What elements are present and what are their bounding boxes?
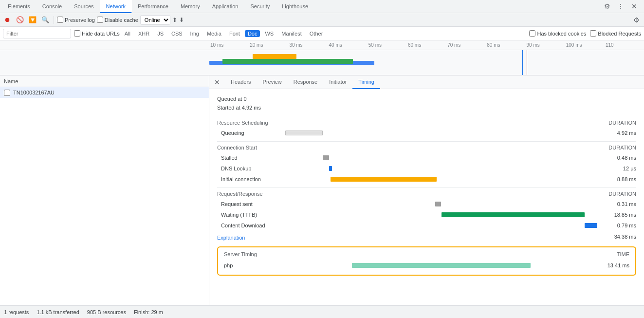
- dns-bar-area: [285, 166, 597, 171]
- tab-security[interactable]: Security: [244, 0, 276, 13]
- disable-cache-label[interactable]: Disable cache: [97, 17, 138, 23]
- tab-network[interactable]: Network: [100, 0, 132, 13]
- filter-chip-other[interactable]: Other: [307, 30, 326, 37]
- search-button[interactable]: 🔍: [40, 15, 51, 25]
- connection-start-header: Connection Start DURATION: [217, 145, 636, 150]
- total-duration: 34.38 ms: [614, 234, 636, 240]
- devtools-more-icon[interactable]: ⋮: [615, 0, 626, 12]
- tab-memory[interactable]: Memory: [175, 0, 206, 13]
- tick-70ms: 70 ms: [446, 42, 486, 48]
- tab-lighthouse[interactable]: Lighthouse: [276, 0, 314, 13]
- queued-at: Queued at 0: [217, 95, 636, 104]
- tick-10ms: 10 ms: [209, 42, 249, 48]
- waterfall-row: [209, 50, 644, 75]
- filter-chip-media[interactable]: Media: [204, 30, 224, 37]
- preserve-log-label[interactable]: Preserve log: [57, 17, 95, 23]
- tick-40ms: 40 ms: [328, 42, 368, 48]
- request-response-duration-label: DURATION: [608, 191, 636, 197]
- filter-chip-css[interactable]: CSS: [168, 30, 185, 37]
- tick-30ms: 30 ms: [288, 42, 328, 48]
- timing-download-row: Content Download 0.79 ms: [217, 220, 636, 231]
- preserve-log-checkbox[interactable]: [57, 17, 63, 23]
- timing-content: Queued at 0 Started at 4.92 ms Resource …: [209, 89, 644, 305]
- tab-sources[interactable]: Sources: [68, 0, 100, 13]
- status-transferred: 1.1 kB transferred: [37, 309, 79, 315]
- hide-data-urls-label[interactable]: Hide data URLs: [74, 30, 120, 37]
- initial-conn-value: 8.88 ms: [597, 176, 636, 182]
- filter-chip-img[interactable]: Img: [187, 30, 202, 37]
- blocked-requests-checkbox[interactable]: [590, 30, 596, 37]
- download-bar-area: [285, 223, 597, 228]
- timing-meta: Queued at 0 Started at 4.92 ms: [217, 95, 636, 112]
- panel-close-button[interactable]: ✕: [211, 76, 223, 88]
- tab-application[interactable]: Application: [206, 0, 245, 13]
- export-icon[interactable]: ⬇: [179, 17, 184, 23]
- has-blocked-cookies-checkbox[interactable]: [529, 30, 535, 37]
- tab-console[interactable]: Console: [37, 0, 68, 13]
- filter-button[interactable]: 🔽: [27, 15, 38, 25]
- has-blocked-cookies-label[interactable]: Has blocked cookies: [529, 30, 586, 37]
- queueing-bar-area: [285, 130, 597, 136]
- timing-ttfb-row: Waiting (TTFB) 18.85 ms: [217, 209, 636, 220]
- record-button[interactable]: ⏺: [2, 15, 13, 25]
- server-timing-php-row: php 13.41 ms: [224, 260, 629, 271]
- connection-start-duration-label: DURATION: [608, 145, 636, 150]
- request-checkbox[interactable]: [4, 90, 10, 96]
- filter-chip-doc[interactable]: Doc: [245, 30, 260, 37]
- import-icon[interactable]: ⬆: [172, 17, 177, 23]
- request-sent-bar: [435, 202, 442, 206]
- started-at: Started at 4.92 ms: [217, 104, 636, 112]
- tab-bar-right: ⚙ ⋮ ✕: [601, 0, 644, 12]
- status-requests: 1 requests: [4, 309, 29, 315]
- network-settings-icon[interactable]: ⚙: [630, 14, 642, 26]
- ttfb-label: Waiting (TTFB): [217, 212, 285, 218]
- tab-elements[interactable]: Elements: [2, 0, 37, 13]
- resource-scheduling-duration-label: DURATION: [608, 120, 636, 126]
- download-label: Content Download: [217, 223, 285, 228]
- name-column-header: Name: [0, 75, 209, 87]
- explanation-link[interactable]: Explanation: [217, 235, 245, 241]
- filter-chip-all[interactable]: All: [122, 30, 133, 37]
- devtools-close-icon[interactable]: ✕: [628, 0, 640, 12]
- resource-scheduling-header: Resource Scheduling DURATION: [217, 120, 636, 126]
- initial-conn-bar-area: [285, 176, 597, 182]
- stalled-label: Stalled: [217, 155, 285, 161]
- tick-100ms: 100 ms: [565, 42, 605, 48]
- filter-chip-js[interactable]: JS: [154, 30, 166, 37]
- filter-chip-font[interactable]: Font: [226, 30, 243, 37]
- devtools-settings-icon[interactable]: ⚙: [601, 0, 613, 12]
- php-bar-area: [292, 262, 590, 268]
- request-item[interactable]: TN100032167AU: [0, 87, 209, 98]
- initial-conn-bar: [331, 177, 437, 182]
- blocked-requests-label[interactable]: Blocked Requests: [590, 30, 641, 37]
- filter-chip-manifest[interactable]: Manifest: [278, 30, 305, 37]
- request-sent-bar-area: [285, 201, 597, 207]
- tab-bar: Elements Console Sources Network Perform…: [0, 0, 644, 13]
- tab-timing[interactable]: Timing: [352, 75, 380, 89]
- request-response-header: Request/Response DURATION: [217, 191, 636, 197]
- php-label: php: [224, 262, 292, 268]
- tick-80ms: 80 ms: [486, 42, 525, 48]
- tab-preview[interactable]: Preview: [257, 75, 288, 89]
- right-panel: ✕ Headers Preview Response Initiator Tim…: [209, 75, 644, 305]
- download-value: 0.79 ms: [597, 223, 636, 228]
- clear-button[interactable]: 🚫: [15, 15, 25, 25]
- filter-input[interactable]: [3, 29, 71, 38]
- tab-initiator[interactable]: Initiator: [323, 75, 352, 89]
- hide-data-urls-checkbox[interactable]: [74, 30, 80, 37]
- server-timing-box: Server Timing TIME php 13.41 ms: [217, 246, 636, 276]
- panel-tabs: ✕ Headers Preview Response Initiator Tim…: [209, 75, 644, 89]
- tick-90ms: 90 ms: [526, 42, 565, 48]
- filter-chip-xhr[interactable]: XHR: [135, 30, 152, 37]
- tab-headers[interactable]: Headers: [225, 75, 257, 89]
- filter-chip-ws[interactable]: WS: [262, 30, 276, 37]
- ttfb-bar-area: [285, 212, 597, 218]
- disable-cache-checkbox[interactable]: [97, 17, 103, 23]
- timeline-header: 10 ms 20 ms 30 ms 40 ms 50 ms 60 ms 70 m…: [0, 40, 644, 50]
- throttle-select[interactable]: Online: [140, 15, 170, 25]
- dns-bar: [329, 166, 332, 171]
- tab-performance[interactable]: Performance: [132, 0, 175, 13]
- timing-queueing-row: Queueing 4.92 ms: [217, 128, 636, 138]
- tab-response[interactable]: Response: [288, 75, 324, 89]
- request-sent-value: 0.31 ms: [597, 201, 636, 207]
